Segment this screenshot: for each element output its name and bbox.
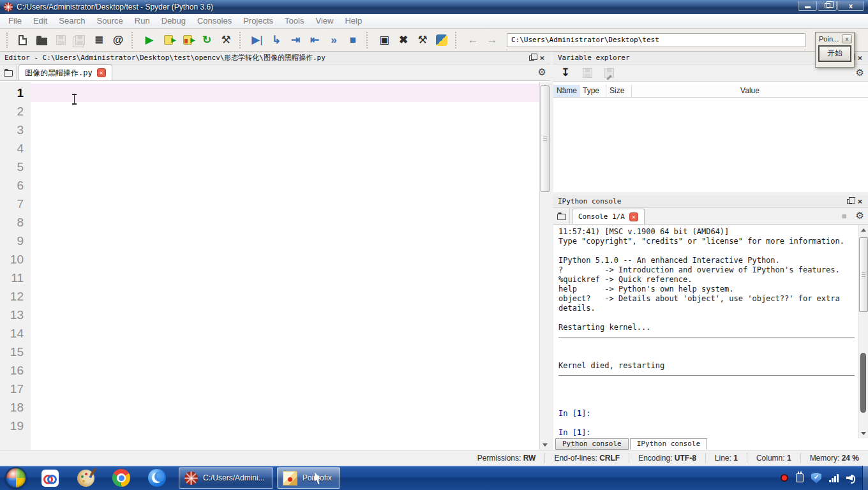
run-current-line-icon[interactable]: ↳ xyxy=(267,31,286,49)
editor-tab[interactable]: 图像的黑帽操作.py ✕ xyxy=(19,64,112,80)
taskbar-pinned-app-4[interactable] xyxy=(139,469,175,487)
menu-debug[interactable]: Debug xyxy=(156,14,191,28)
taskbar-pinned-app-1[interactable] xyxy=(32,470,68,487)
console-inner-scrollbar-thumb[interactable] xyxy=(860,353,866,413)
console-pane-title: IPython console xyxy=(558,197,621,205)
column-header-value[interactable]: Value xyxy=(632,85,868,97)
show-desktop-button[interactable] xyxy=(862,466,868,490)
minimize-button[interactable] xyxy=(798,1,817,11)
close-button[interactable]: x xyxy=(837,1,864,11)
editor-close-pane-button[interactable]: × xyxy=(537,53,548,63)
spyder-window-icon xyxy=(4,3,13,11)
plug-tray-icon[interactable] xyxy=(796,473,804,482)
record-tray-icon[interactable] xyxy=(781,474,788,482)
console-tab[interactable]: Console 1/A ✕ xyxy=(572,209,645,224)
menu-search[interactable]: Search xyxy=(53,14,91,28)
step-into-icon[interactable]: ⇥ xyxy=(286,31,305,49)
console-line: details. xyxy=(558,304,858,313)
rerun-icon[interactable]: ↻ xyxy=(197,31,216,49)
console-tab-close-button[interactable]: ✕ xyxy=(629,212,638,221)
remote-app-icon xyxy=(41,470,59,487)
column-header-size[interactable]: Size xyxy=(606,85,632,97)
line-number-19: 19 xyxy=(0,417,31,435)
maximize-pane-icon[interactable]: ▣ xyxy=(375,31,394,49)
menu-file[interactable]: File xyxy=(3,14,27,28)
save-icon[interactable] xyxy=(51,31,70,49)
console-scrollbar[interactable] xyxy=(858,225,868,438)
run-configure-icon[interactable]: ⚒ xyxy=(216,31,236,49)
save-data-icon[interactable] xyxy=(580,64,594,82)
volume-tray-icon[interactable] xyxy=(846,473,856,482)
stop-debug-icon[interactable]: ■ xyxy=(343,31,363,49)
working-directory-input[interactable] xyxy=(507,33,805,47)
taskbar-button-pointofix[interactable]: Pointofix xyxy=(277,467,340,489)
pointofix-close-button[interactable]: x xyxy=(842,34,852,43)
console-blank-line xyxy=(558,313,858,323)
security-shield-tray-icon[interactable] xyxy=(811,473,821,484)
run-cell-icon[interactable] xyxy=(159,31,178,49)
varexp-options-gear-icon[interactable]: ⚙ xyxy=(856,67,864,78)
editor-browse-tabs-button[interactable] xyxy=(0,64,17,80)
save-data-as-icon[interactable] xyxy=(602,64,616,82)
bottom-tab-ipython-console[interactable]: IPython console xyxy=(630,438,707,450)
continue-icon[interactable]: » xyxy=(324,31,343,49)
editor-options-gear-icon[interactable]: ⚙ xyxy=(538,66,546,78)
run-icon[interactable]: ▶ xyxy=(140,31,159,49)
network-tray-icon[interactable] xyxy=(829,473,839,482)
debug-icon[interactable]: ▶| xyxy=(248,31,267,49)
open-file-icon[interactable] xyxy=(32,31,51,49)
toolbar-handle[interactable] xyxy=(6,33,9,48)
menu-consoles[interactable]: Consoles xyxy=(191,14,237,28)
scroll-down-arrow[interactable] xyxy=(540,440,550,450)
preferences-icon[interactable]: ⚒ xyxy=(413,31,432,49)
taskbar-pinned-app-3[interactable] xyxy=(103,469,139,487)
new-file-icon[interactable] xyxy=(13,31,32,49)
editor-code-area[interactable]: 12345678910111213141516171819 xyxy=(0,82,550,450)
symbol-finder-icon[interactable]: @ xyxy=(108,31,128,49)
editor-undock-button[interactable] xyxy=(526,53,537,63)
pointofix-start-button[interactable]: 开始 xyxy=(819,46,851,61)
line-number-14: 14 xyxy=(0,324,31,343)
interrupt-kernel-icon[interactable]: ■ xyxy=(842,211,847,221)
console-scrollbar-thumb[interactable] xyxy=(859,237,868,312)
console-output[interactable]: 11:57:41) [MSC v.1900 64 bit (AMD64)]Typ… xyxy=(553,225,858,438)
scroll-up-arrow[interactable] xyxy=(858,225,868,235)
taskbar-button-cusersadmini[interactable]: C:/Users/Admini... xyxy=(179,467,273,489)
menu-run[interactable]: Run xyxy=(129,14,156,28)
console-browse-tabs-button[interactable] xyxy=(553,208,570,223)
restore-button[interactable] xyxy=(818,1,837,11)
save-all-icon[interactable] xyxy=(70,31,89,49)
console-options-gear-icon[interactable]: ⚙ xyxy=(856,210,864,221)
back-icon[interactable]: ← xyxy=(463,31,483,49)
python-logo-icon[interactable] xyxy=(432,31,451,49)
column-header-name[interactable]: Name xyxy=(553,85,580,97)
outline-explorer-icon[interactable]: ≣ xyxy=(89,31,108,49)
menu-edit[interactable]: Edit xyxy=(27,14,53,28)
import-data-icon[interactable]: ↧ xyxy=(558,64,572,82)
pointofix-window[interactable]: Poin... x 开始 xyxy=(815,32,855,68)
run-cell-advance-icon[interactable] xyxy=(178,31,197,49)
menu-view[interactable]: View xyxy=(310,14,339,28)
forward-icon[interactable]: → xyxy=(483,31,502,49)
line-number-13: 13 xyxy=(0,306,31,324)
varexp-close-pane-button[interactable]: × xyxy=(855,53,865,63)
menu-help[interactable]: Help xyxy=(339,14,368,28)
editor-tab-close-button[interactable]: ✕ xyxy=(97,68,106,77)
status-permissions: Permissions: RW xyxy=(468,454,545,463)
editor-scrollbar-thumb[interactable] xyxy=(541,85,550,192)
variable-table-body[interactable] xyxy=(553,98,868,187)
step-return-icon[interactable]: ⇤ xyxy=(305,31,324,49)
column-header-type[interactable]: Type xyxy=(580,85,606,97)
menu-tools[interactable]: Tools xyxy=(279,14,310,28)
start-button[interactable] xyxy=(5,467,27,489)
menu-projects[interactable]: Projects xyxy=(237,14,279,28)
fullscreen-icon[interactable]: ✖ xyxy=(394,31,413,49)
console-undock-button[interactable] xyxy=(844,197,855,206)
console-close-pane-button[interactable]: × xyxy=(855,197,865,206)
scroll-down-arrow[interactable] xyxy=(858,429,868,438)
bottom-tab-python-console[interactable]: Python console xyxy=(555,438,629,450)
title-bar[interactable]: C:/Users/Administrator/Desktop/test - Sp… xyxy=(0,0,868,14)
taskbar-pinned-app-2[interactable] xyxy=(68,470,103,487)
editor-scrollbar[interactable] xyxy=(539,82,550,450)
menu-source[interactable]: Source xyxy=(91,14,129,28)
